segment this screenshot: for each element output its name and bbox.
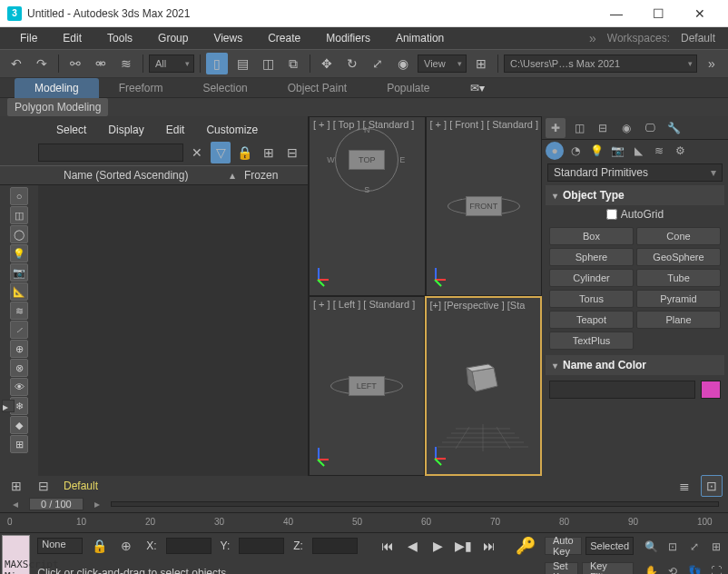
walk-icon[interactable]: 👣	[684, 561, 704, 575]
time-prev-icon[interactable]: ◂	[9, 498, 22, 510]
link-button[interactable]: ⚯	[64, 53, 86, 74]
scene-tree-area[interactable]	[38, 185, 308, 476]
viewport-top[interactable]: [ + ] [ Top ] [ Standard ] N S E W TOP	[309, 116, 426, 296]
zoom-extents-all-icon[interactable]: ⊞	[706, 537, 726, 557]
filter-geom-icon[interactable]: ◫	[10, 206, 28, 224]
viewcube-persp[interactable]	[465, 364, 501, 401]
primitive-category-dropdown[interactable]: Standard Primitives	[547, 163, 723, 182]
view-mode-icon[interactable]: ⊞	[259, 142, 279, 163]
minimize-button[interactable]: —	[595, 0, 637, 27]
lock-icon[interactable]: 🔒	[234, 142, 254, 163]
play-icon[interactable]: ▶	[428, 536, 448, 556]
btn-teapot[interactable]: Teapot	[549, 311, 634, 329]
keymode-dropdown[interactable]: Selected	[585, 537, 634, 555]
cmd-tab-create[interactable]: ✚	[546, 118, 566, 138]
time-thumb[interactable]: 0 / 100	[29, 498, 84, 510]
placement-button[interactable]: ◉	[392, 53, 414, 74]
menu-edit[interactable]: Edit	[50, 27, 94, 49]
scene-menu-edit[interactable]: Edit	[155, 124, 196, 136]
time-slider[interactable]: ◂ 0 / 100 ▸	[0, 496, 728, 512]
toolbar-overflow-icon[interactable]: »	[701, 53, 723, 74]
filter-container-icon[interactable]: ◆	[10, 416, 28, 434]
select-region-rect-button[interactable]: ◫	[257, 53, 279, 74]
layers-icon[interactable]: ≣	[674, 475, 695, 497]
filter-camera-icon[interactable]: 📷	[10, 263, 28, 282]
viewport-left[interactable]: [ + ] [ Left ] [ Standard ] LEFT	[309, 296, 425, 476]
scene-search-input[interactable]	[38, 144, 183, 162]
next-frame-icon[interactable]: ▶▮	[454, 536, 474, 556]
btn-pyramid[interactable]: Pyramid	[636, 290, 721, 308]
scale-button[interactable]: ⤢	[367, 53, 389, 74]
filter-shape-icon[interactable]: ◯	[10, 225, 28, 243]
zoom-icon[interactable]: 🔍	[641, 537, 661, 557]
cmd-tab-motion[interactable]: ◉	[616, 118, 636, 138]
filter-misc-icon[interactable]: ⊞	[10, 435, 28, 453]
autogrid-checkbox[interactable]: AutoGrid	[542, 205, 728, 223]
menu-views[interactable]: Views	[201, 27, 255, 49]
menu-group[interactable]: Group	[145, 27, 201, 49]
redo-button[interactable]: ↷	[31, 53, 53, 74]
time-next-icon[interactable]: ▸	[91, 498, 103, 510]
time-track[interactable]	[111, 501, 719, 507]
viewport-persp-label[interactable]: [+] [Perspective ] [Sta	[430, 300, 526, 311]
viewport-front-label[interactable]: [ + ] [ Front ] [ Standard ]	[430, 119, 539, 130]
viewcube-top[interactable]: TOP	[349, 150, 385, 170]
selection-lock-icon[interactable]: 🔒	[88, 535, 110, 557]
coord-y-input[interactable]	[239, 538, 284, 554]
ribbon-tab-populate[interactable]: Populate	[367, 78, 449, 98]
keyfilters-button[interactable]: Key Filters...	[582, 562, 634, 574]
col-frozen[interactable]: Frozen	[244, 169, 308, 182]
btn-cylinder[interactable]: Cylinder	[549, 269, 634, 287]
preset-grid-icon[interactable]: ⊞	[5, 475, 27, 497]
btn-textplus[interactable]: TextPlus	[549, 332, 634, 350]
ribbon-tab-modeling[interactable]: Modeling	[15, 78, 99, 98]
select-object-button[interactable]: ▯	[206, 53, 228, 74]
menu-file[interactable]: File	[7, 27, 50, 49]
key-mode-icon[interactable]: 🔑	[516, 536, 536, 556]
cmd-tab-hierarchy[interactable]: ⊟	[593, 118, 613, 138]
expand-panel-icon[interactable]: ▸	[2, 400, 15, 412]
create-systems-icon[interactable]: ⚙	[671, 142, 689, 160]
maxscript-listener[interactable]: MAXScript Mi	[2, 535, 30, 574]
btn-box[interactable]: Box	[549, 227, 634, 245]
layer-explorer-icon[interactable]: ⊡	[701, 475, 723, 497]
orbit-icon[interactable]: ⟲	[663, 561, 683, 575]
cmd-tab-display[interactable]: 🖵	[640, 118, 660, 138]
filter-bone-icon[interactable]: ⟋	[10, 321, 28, 339]
scene-menu-display[interactable]: Display	[97, 124, 154, 136]
filter-hidden-icon[interactable]: 👁	[10, 378, 28, 396]
viewcube-front[interactable]: FRONT	[466, 196, 502, 216]
autokey-button[interactable]: Auto Key	[545, 537, 582, 555]
clear-search-icon[interactable]: ✕	[187, 142, 207, 163]
rollout-object-type[interactable]: Object Type	[546, 185, 724, 205]
create-cameras-icon[interactable]: 📷	[608, 142, 626, 160]
rollout-name-color[interactable]: Name and Color	[546, 355, 724, 375]
sub-ribbon-polymodel[interactable]: Polygon Modeling	[7, 98, 108, 116]
viewport-front[interactable]: [ + ] [ Front ] [ Standard ] FRONT	[426, 116, 543, 296]
filter-xref-icon[interactable]: ⊗	[10, 359, 28, 377]
filter-all-icon[interactable]: ○	[10, 187, 28, 205]
selection-filter-dropdown[interactable]: All	[149, 54, 194, 73]
btn-torus[interactable]: Torus	[549, 290, 634, 308]
time-ruler[interactable]: 0102030405060708090100	[0, 512, 728, 532]
move-button[interactable]: ✥	[316, 53, 338, 74]
undo-button[interactable]: ↶	[5, 53, 27, 74]
envelope-icon[interactable]: ✉▾	[467, 81, 488, 95]
ribbon-tab-objectpaint[interactable]: Object Paint	[268, 78, 367, 98]
viewcube-left[interactable]: LEFT	[349, 376, 385, 396]
rotate-button[interactable]: ↻	[341, 53, 363, 74]
workspace-value[interactable]: Default	[675, 32, 721, 45]
menu-modifiers[interactable]: Modifiers	[313, 27, 383, 49]
filter-space-icon[interactable]: ≋	[10, 302, 28, 320]
select-by-name-button[interactable]: ▤	[231, 53, 253, 74]
path-dropdown[interactable]: C:\Users\P…s Max 2021	[504, 54, 697, 73]
btn-geosphere[interactable]: GeoSphere	[636, 248, 721, 266]
bind-button[interactable]: ≋	[115, 53, 137, 74]
view-mode2-icon[interactable]: ⊟	[282, 142, 302, 163]
ribbon-tab-freeform[interactable]: Freeform	[99, 78, 183, 98]
col-name[interactable]: Name (Sorted Ascending)	[38, 169, 230, 182]
btn-sphere[interactable]: Sphere	[549, 248, 634, 266]
viewcube-compass[interactable]: N S E W TOP	[335, 128, 398, 192]
coord-x-input[interactable]	[166, 538, 212, 554]
object-name-input[interactable]	[549, 381, 695, 399]
